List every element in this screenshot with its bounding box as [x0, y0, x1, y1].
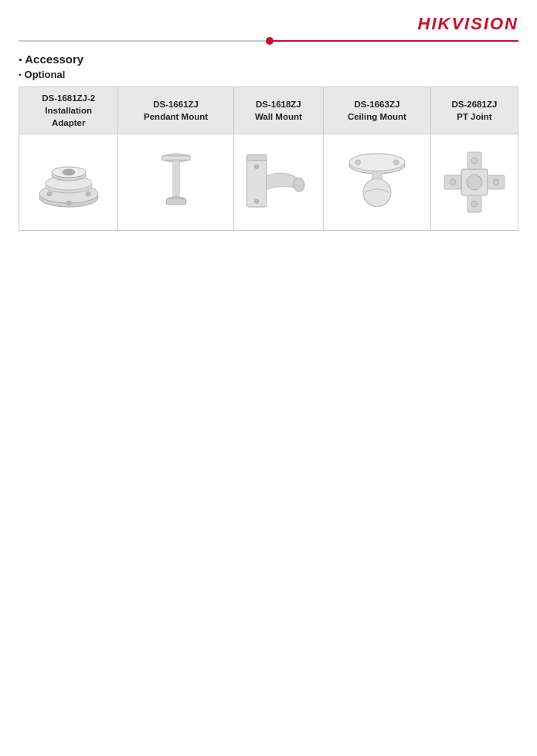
- name-3: Wall Mount: [240, 110, 317, 123]
- cell-4: [324, 134, 431, 231]
- product-image-3: [240, 144, 317, 221]
- separator-line: [19, 40, 518, 42]
- svg-point-24: [355, 160, 361, 165]
- separator-dot: [266, 37, 274, 45]
- svg-point-18: [255, 199, 259, 203]
- name-2: Pendant Mount: [124, 110, 226, 123]
- cell-1: [19, 134, 118, 231]
- product-image-2: [124, 144, 226, 221]
- svg-point-17: [255, 164, 259, 168]
- cell-2: [118, 134, 233, 231]
- svg-point-31: [467, 175, 482, 190]
- section-title: Accessory: [19, 53, 518, 66]
- accessory-table: DS-1681ZJ-2 InstallationAdapter DS-1661Z…: [19, 86, 518, 231]
- svg-point-25: [393, 160, 399, 165]
- model-4: DS-1663ZJ: [330, 98, 424, 110]
- name-5: PT Joint: [437, 110, 512, 123]
- svg-point-16: [294, 178, 304, 192]
- svg-point-6: [63, 169, 75, 175]
- product-image-5: [437, 144, 512, 221]
- col-header-4: DS-1663ZJ Ceiling Mount: [324, 87, 431, 134]
- model-2: DS-1661ZJ: [124, 98, 226, 110]
- cell-5: [430, 134, 518, 231]
- col-header-1: DS-1681ZJ-2 InstallationAdapter: [19, 87, 118, 134]
- svg-rect-12: [172, 160, 179, 198]
- svg-point-23: [363, 179, 391, 207]
- name-1: InstallationAdapter: [25, 104, 111, 129]
- svg-rect-11: [162, 156, 190, 160]
- svg-point-35: [471, 201, 478, 207]
- table-image-row: [19, 134, 518, 231]
- product-image-4: [330, 144, 424, 221]
- model-5: DS-2681ZJ: [437, 98, 512, 110]
- sub-title: Optional: [19, 69, 518, 80]
- model-3: DS-1618ZJ: [240, 98, 317, 110]
- product-image-1: [25, 144, 111, 221]
- svg-point-7: [47, 192, 52, 196]
- table-header-row: DS-1681ZJ-2 InstallationAdapter DS-1661Z…: [19, 87, 518, 134]
- svg-point-9: [66, 201, 71, 205]
- svg-rect-19: [247, 154, 267, 160]
- content: Accessory Optional DS-1681ZJ-2 Installat…: [0, 42, 537, 231]
- svg-point-32: [450, 179, 456, 185]
- header: HIKVISION: [0, 0, 537, 34]
- name-4: Ceiling Mount: [330, 110, 424, 123]
- cell-3: [233, 134, 323, 231]
- col-header-3: DS-1618ZJ Wall Mount: [233, 87, 323, 134]
- svg-point-33: [493, 179, 499, 185]
- svg-point-34: [471, 158, 478, 164]
- col-header-5: DS-2681ZJ PT Joint: [430, 87, 518, 134]
- model-1: DS-1681ZJ-2: [25, 92, 111, 104]
- col-header-2: DS-1661ZJ Pendant Mount: [118, 87, 233, 134]
- svg-rect-14: [166, 199, 185, 205]
- svg-point-8: [86, 192, 90, 196]
- logo: HIKVISION: [418, 14, 518, 34]
